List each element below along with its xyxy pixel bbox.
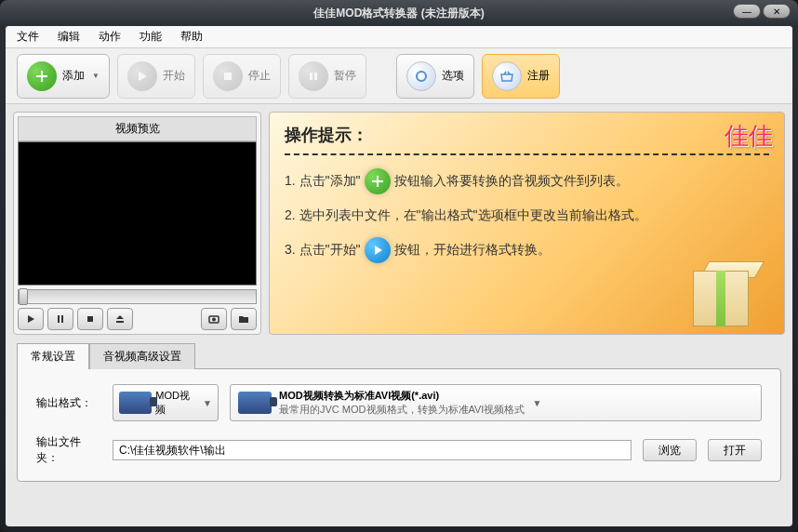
- svg-rect-7: [87, 316, 93, 322]
- svg-rect-1: [310, 73, 313, 80]
- instruction-step-3: 3. 点击"开始" 按钮，开始进行格式转换。: [285, 237, 769, 263]
- output-folder-label: 输出文件夹：: [36, 434, 101, 466]
- plus-icon: [27, 61, 57, 91]
- menu-action[interactable]: 动作: [95, 27, 125, 47]
- svg-rect-2: [314, 73, 317, 80]
- package-box-image: [693, 261, 767, 326]
- add-label: 添加: [62, 68, 85, 84]
- brand-logo: 佳佳: [725, 120, 773, 153]
- divider: [285, 153, 769, 155]
- dropdown-arrow-icon: ▼: [92, 72, 100, 80]
- preview-slider[interactable]: [18, 289, 257, 304]
- svg-point-10: [212, 318, 216, 322]
- instruction-title: 操作提示：: [285, 124, 769, 146]
- format-description-select[interactable]: MOD视频转换为标准AVI视频(*.avi) 最常用的JVC MOD视频格式，转…: [230, 384, 762, 421]
- svg-rect-0: [224, 73, 232, 80]
- instruction-panel: 佳佳 操作提示： 1. 点击"添加" 按钮输入将要转换的音视频文件到列表。 2.…: [269, 112, 785, 335]
- slider-thumb[interactable]: [19, 288, 28, 305]
- close-button[interactable]: ✕: [763, 4, 791, 19]
- chevron-down-icon: ▼: [203, 398, 212, 408]
- svg-rect-8: [116, 321, 124, 323]
- preview-stop-button[interactable]: [77, 308, 103, 330]
- basket-icon: [492, 61, 522, 91]
- start-button[interactable]: 开始: [117, 54, 195, 99]
- instruction-step-1: 1. 点击"添加" 按钮输入将要转换的音视频文件到列表。: [285, 168, 769, 194]
- preview-folder-button[interactable]: [231, 308, 257, 330]
- play-icon: [127, 61, 157, 91]
- menubar: 文件 编辑 动作 功能 帮助: [6, 26, 792, 48]
- chevron-down-icon: ▼: [532, 398, 541, 408]
- pause-button[interactable]: 暂停: [288, 54, 366, 99]
- camcorder-icon: [119, 392, 152, 414]
- options-button[interactable]: 选项: [396, 54, 474, 99]
- window-title: 佳佳MOD格式转换器 (未注册版本): [313, 6, 484, 21]
- minimize-button[interactable]: —: [733, 4, 761, 19]
- open-button[interactable]: 打开: [708, 439, 762, 461]
- register-label: 注册: [527, 68, 550, 84]
- format-select[interactable]: MOD视频 ▼: [113, 384, 219, 421]
- stop-icon: [213, 61, 243, 91]
- pause-icon: [299, 61, 328, 91]
- titlebar: 佳佳MOD格式转换器 (未注册版本) — ✕: [0, 0, 798, 26]
- tab-content: 输出格式： MOD视频 ▼ MOD视频转换为标准AVI视频(*.avi) 最常用…: [17, 368, 781, 482]
- instruction-step-2: 2. 选中列表中文件，在"输出格式"选项框中更改当前输出格式。: [285, 207, 769, 224]
- output-path-input[interactable]: [113, 440, 632, 460]
- svg-rect-6: [61, 315, 63, 323]
- preview-play-button[interactable]: [18, 308, 44, 330]
- gear-icon: [406, 61, 436, 91]
- preview-eject-button[interactable]: [107, 308, 133, 330]
- preview-pause-button[interactable]: [47, 308, 73, 330]
- register-button[interactable]: 注册: [482, 54, 560, 99]
- preview-snapshot-button[interactable]: [201, 308, 227, 330]
- camcorder-icon: [238, 392, 272, 414]
- start-label: 开始: [163, 68, 185, 84]
- preview-video: [18, 141, 257, 286]
- stop-label: 停止: [248, 68, 271, 84]
- preview-title: 视频预览: [18, 116, 257, 141]
- toolbar: 添加 ▼ 开始 停止 暂停 选项 注册: [6, 48, 792, 104]
- menu-file[interactable]: 文件: [13, 27, 43, 47]
- menu-help[interactable]: 帮助: [177, 27, 206, 47]
- svg-point-4: [419, 74, 423, 78]
- tab-advanced[interactable]: 音视频高级设置: [89, 343, 195, 369]
- svg-rect-5: [58, 315, 60, 323]
- play-icon: [365, 237, 391, 263]
- menu-edit[interactable]: 编辑: [54, 27, 84, 47]
- tab-general[interactable]: 常规设置: [17, 343, 89, 369]
- stop-button[interactable]: 停止: [203, 54, 281, 99]
- preview-panel: 视频预览: [13, 112, 261, 335]
- menu-function[interactable]: 功能: [136, 27, 166, 47]
- pause-label: 暂停: [334, 68, 356, 84]
- output-format-label: 输出格式：: [36, 395, 101, 411]
- add-button[interactable]: 添加 ▼: [17, 54, 110, 99]
- options-label: 选项: [442, 68, 464, 84]
- browse-button[interactable]: 浏览: [643, 439, 697, 461]
- plus-icon: [365, 168, 391, 194]
